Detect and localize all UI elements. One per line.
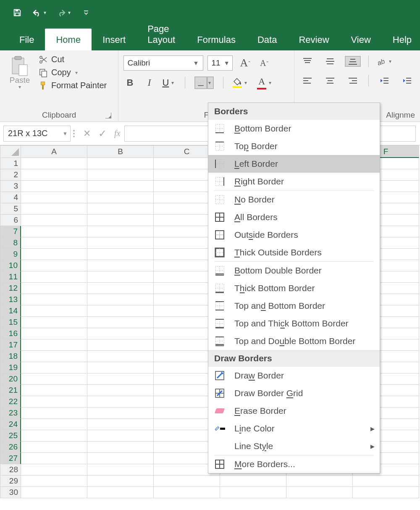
cell[interactable] <box>87 430 154 442</box>
cell[interactable] <box>87 215 154 226</box>
save-button[interactable] <box>13 8 22 17</box>
enter-formula-button[interactable]: ✓ <box>98 128 107 139</box>
column-header-B[interactable]: B <box>87 145 154 158</box>
menu-item-line-style[interactable]: Line Style <box>208 437 380 455</box>
tab-home[interactable]: Home <box>45 29 92 50</box>
row-header-24[interactable]: 24 <box>0 419 21 430</box>
chevron-down-icon[interactable]: ▾ <box>44 10 46 16</box>
cell[interactable] <box>87 317 154 328</box>
cell[interactable] <box>87 453 154 464</box>
cell[interactable] <box>220 476 286 487</box>
cell[interactable] <box>21 430 87 442</box>
cell[interactable] <box>87 339 154 351</box>
cell[interactable] <box>21 351 87 362</box>
row-header-14[interactable]: 14 <box>0 305 21 317</box>
align-center-button[interactable] <box>322 75 338 86</box>
chevron-down-icon[interactable]: ▾ <box>169 80 176 86</box>
align-left-button[interactable] <box>299 75 315 86</box>
cell[interactable] <box>87 419 154 430</box>
cell[interactable] <box>87 407 154 419</box>
cell[interactable] <box>21 226 87 237</box>
menu-item-more[interactable]: More Borders... <box>208 455 380 473</box>
cell[interactable] <box>21 362 87 373</box>
cell[interactable] <box>87 464 154 476</box>
cell[interactable] <box>21 385 87 396</box>
cell[interactable] <box>21 328 87 339</box>
decrease-indent-button[interactable] <box>376 75 392 86</box>
select-all-corner[interactable] <box>0 145 21 158</box>
row-header-3[interactable]: 3 <box>0 181 21 192</box>
cell[interactable] <box>21 476 87 487</box>
cell[interactable] <box>87 351 154 362</box>
customize-qat-button[interactable] <box>83 10 89 16</box>
cell[interactable] <box>87 373 154 385</box>
cell[interactable] <box>21 373 87 385</box>
align-top-button[interactable] <box>299 56 315 67</box>
row-header-18[interactable]: 18 <box>0 351 21 362</box>
cell[interactable] <box>21 487 87 498</box>
menu-item-right[interactable]: Right Border <box>208 173 380 190</box>
row-header-27[interactable]: 27 <box>0 453 21 464</box>
cell[interactable] <box>87 271 154 283</box>
underline-button[interactable]: U ▾ <box>162 77 176 88</box>
undo-button[interactable]: ▾ <box>32 8 46 17</box>
cell[interactable] <box>87 169 154 181</box>
dialog-launcher-icon[interactable] <box>105 113 111 118</box>
cell[interactable] <box>21 407 87 419</box>
orientation-button[interactable]: ab ▾ <box>376 57 393 66</box>
cell[interactable] <box>21 215 87 226</box>
tab-review[interactable]: Review <box>288 29 340 50</box>
row-header-4[interactable]: 4 <box>0 192 21 203</box>
cell[interactable] <box>21 271 87 283</box>
menu-item-none[interactable]: No Border <box>208 191 380 208</box>
cell[interactable] <box>87 328 154 339</box>
align-bottom-button[interactable] <box>345 56 361 67</box>
cell[interactable] <box>87 385 154 396</box>
cell[interactable] <box>154 487 220 498</box>
font-name-combo[interactable]: Calibri ▼ <box>123 55 203 71</box>
tab-formulas[interactable]: Formulas <box>186 29 247 50</box>
cell[interactable] <box>21 305 87 317</box>
cell[interactable] <box>87 294 154 305</box>
menu-item-bottom-double[interactable]: Bottom Double Border <box>208 262 380 279</box>
menu-item-outside[interactable]: Outside Borders <box>208 226 380 244</box>
cell[interactable] <box>87 203 154 215</box>
cell[interactable] <box>21 181 87 192</box>
row-header-2[interactable]: 2 <box>0 169 21 181</box>
menu-item-top-double-bottom[interactable]: Top and Double Bottom Border <box>208 332 380 350</box>
chevron-down-icon[interactable]: ▼ <box>192 60 200 66</box>
menu-item-top[interactable]: Top Border <box>208 137 380 155</box>
chevron-down-icon[interactable]: ▼ <box>224 60 230 66</box>
cell[interactable] <box>21 260 87 271</box>
row-header-10[interactable]: 10 <box>0 260 21 271</box>
column-header-A[interactable]: A <box>21 145 87 158</box>
menu-item-draw-grid[interactable]: Draw Border Grid <box>208 384 380 402</box>
cell[interactable] <box>87 305 154 317</box>
cell[interactable] <box>220 487 286 498</box>
cell[interactable] <box>21 249 87 260</box>
chevron-down-icon[interactable]: ▾ <box>242 80 249 86</box>
cell[interactable] <box>21 158 87 169</box>
row-header-9[interactable]: 9 <box>0 249 21 260</box>
row-header-30[interactable]: 30 <box>0 487 21 498</box>
tab-insert[interactable]: Insert <box>92 29 136 50</box>
cell[interactable] <box>21 283 87 294</box>
cell[interactable] <box>21 192 87 203</box>
row-header-12[interactable]: 12 <box>0 283 21 294</box>
font-color-button[interactable]: A ▾ <box>257 76 273 89</box>
cell[interactable] <box>21 442 87 453</box>
row-header-20[interactable]: 20 <box>0 373 21 385</box>
chevron-down-icon[interactable]: ▾ <box>68 10 71 16</box>
cell[interactable] <box>87 283 154 294</box>
cell[interactable] <box>87 396 154 407</box>
cell[interactable] <box>87 362 154 373</box>
cell[interactable] <box>87 442 154 453</box>
cell[interactable] <box>21 453 87 464</box>
menu-item-left[interactable]: Left Border <box>208 155 380 173</box>
row-header-26[interactable]: 26 <box>0 442 21 453</box>
chevron-down-icon[interactable]: ▾ <box>75 70 78 76</box>
chevron-down-icon[interactable]: ▾ <box>207 76 214 89</box>
row-header-28[interactable]: 28 <box>0 464 21 476</box>
menu-item-line-color[interactable]: Line Color <box>208 420 380 437</box>
row-header-1[interactable]: 1 <box>0 158 21 169</box>
